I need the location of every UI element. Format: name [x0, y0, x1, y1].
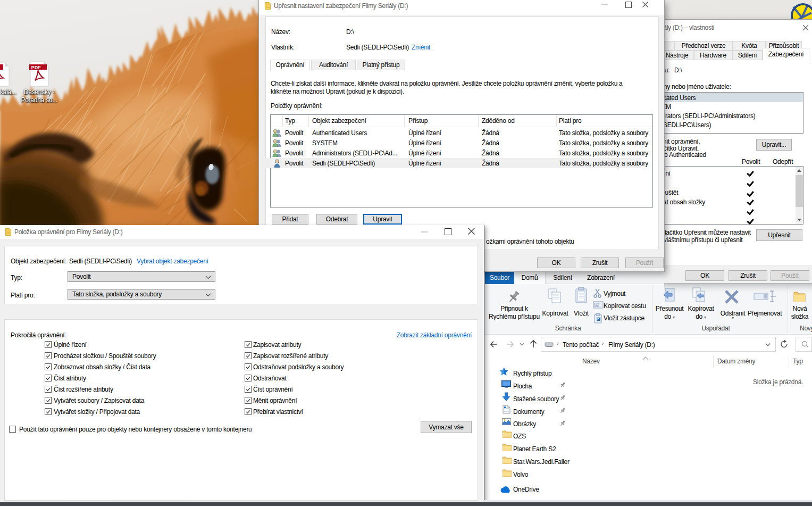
svg-text:PDF: PDF: [31, 65, 41, 70]
svg-text:W: W: [595, 304, 598, 307]
